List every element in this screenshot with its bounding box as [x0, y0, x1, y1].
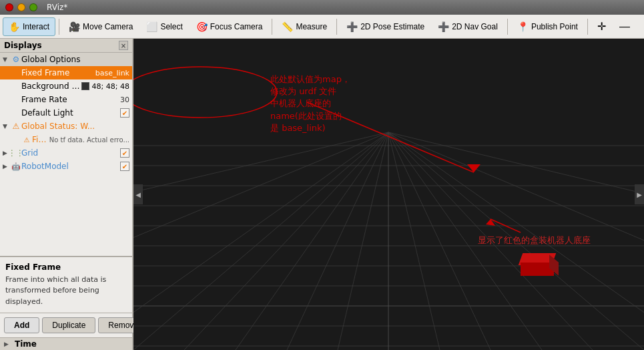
fixed-frame-error-label: Fixed Frame — [32, 135, 49, 144]
main-layout: Displays × ▼ ⚙ Global Options Fixed Fram… — [0, 39, 644, 350]
toolbar-separator-3 — [336, 19, 337, 35]
2d-pose-button[interactable]: ➕ 2D Pose Estimate — [340, 17, 430, 36]
frame-rate-label: Frame Rate — [21, 95, 120, 104]
fixed-frame-label: Fixed Frame — [21, 68, 95, 77]
background-color-label: Background Color — [21, 81, 81, 91]
gs-arrow: ▼ — [3, 123, 11, 130]
toolbar-separator-5 — [587, 19, 588, 35]
global-options-label: Global Options — [21, 55, 132, 64]
description-text: Frame into which all data is transformed… — [5, 275, 127, 308]
frame-rate-value[interactable]: 30 — [120, 96, 132, 104]
time-section: ▶ Time — [0, 337, 132, 350]
gear-icon: ⚙ — [11, 54, 21, 65]
time-label: Time — [15, 339, 37, 349]
2d-nav-button[interactable]: ➕ 2D Nav Goal — [432, 17, 504, 36]
select-button[interactable]: ⬜ Select — [140, 17, 188, 36]
interact-icon: ✋ — [9, 21, 20, 32]
pose-icon: ➕ — [346, 21, 358, 32]
global-status-label: Global Status: W... — [21, 122, 132, 131]
annotation-robot-base: 显示了红色的盒装机器人底座 — [478, 234, 591, 246]
robot-model-row[interactable]: ▶ 🤖 RobotModel ✔ — [0, 160, 132, 173]
displays-header: Displays × — [0, 39, 132, 53]
description-panel: Fixed Frame Frame into which all data is… — [0, 256, 132, 313]
default-light-row[interactable]: Default Light ✔ — [0, 106, 132, 120]
camera-icon: 🎥 — [69, 21, 80, 32]
minus-button[interactable]: — — [613, 17, 636, 36]
toolbar: ✋ Interact 🎥 Move Camera ⬜ Select 🎯 Focu… — [0, 15, 644, 39]
description-title: Fixed Frame — [5, 262, 127, 272]
measure-button[interactable]: 📏 Measure — [276, 17, 333, 36]
displays-tree: ▼ ⚙ Global Options Fixed Frame base_link… — [0, 53, 132, 256]
svg-rect-0 — [133, 39, 644, 350]
annotation-map: 此处默认值为map， 修改为 urdf 文件 中机器人底座的 name(此处设置… — [270, 73, 350, 134]
fixed-frame-value[interactable]: base_link — [95, 69, 132, 77]
displays-title: Displays — [4, 41, 42, 50]
robot-model-checkbox[interactable]: ✔ — [120, 162, 132, 172]
global-options-row[interactable]: ▼ ⚙ Global Options — [0, 53, 132, 66]
background-color-value[interactable]: 48; 48; 48 — [81, 82, 132, 91]
toolbar-separator-2 — [272, 19, 272, 35]
nav-icon: ➕ — [438, 21, 449, 32]
robot-check-icon: ✔ — [120, 162, 129, 171]
toolbar-separator-4 — [507, 19, 508, 35]
default-light-label: Default Light — [21, 108, 120, 118]
move-camera-button[interactable]: 🎥 Move Camera — [63, 17, 139, 36]
publish-point-button[interactable]: 📍 Publish Point — [511, 17, 584, 36]
grid-svg: .grid-line { stroke: #3a3a3a; stroke-wid… — [133, 39, 644, 350]
grid-label: Grid — [21, 148, 120, 158]
plus-button[interactable]: ✛ — [591, 17, 612, 36]
time-arrow: ▶ — [4, 341, 12, 347]
left-panel: Displays × ▼ ⚙ Global Options Fixed Fram… — [0, 39, 133, 350]
close-button[interactable] — [5, 3, 13, 11]
minimize-button[interactable] — [17, 3, 25, 11]
expand-arrow: ▼ — [3, 56, 11, 63]
color-swatch — [81, 82, 89, 90]
grid-icon: ⋮⋮ — [11, 148, 21, 158]
viewport-right-arrow[interactable]: ▶ — [635, 184, 644, 204]
fixed-frame-error-value: No tf data. Actual erro... — [49, 136, 132, 144]
robot-model-label: RobotModel — [21, 162, 120, 171]
color-value-text: 48; 48; 48 — [92, 82, 129, 91]
check-icon: ✔ — [120, 108, 129, 118]
fixed-frame-error-row[interactable]: ⚠ Fixed Frame No tf data. Actual erro... — [0, 133, 132, 146]
viewport-left-arrow[interactable]: ◀ — [133, 184, 143, 204]
3d-viewport[interactable]: .grid-line { stroke: #3a3a3a; stroke-wid… — [133, 39, 644, 350]
add-button[interactable]: Add — [4, 317, 39, 333]
toolbar-separator — [59, 19, 59, 35]
default-light-checkbox[interactable]: ✔ — [120, 108, 132, 118]
rm-arrow: ▶ — [3, 163, 11, 170]
titlebar: RViz* — [0, 0, 644, 15]
frame-rate-row[interactable]: Frame Rate 30 — [0, 93, 132, 106]
grid-checkbox[interactable]: ✔ — [120, 148, 132, 158]
robot-icon: 🤖 — [11, 161, 21, 172]
window-title: RViz* — [47, 3, 67, 12]
displays-close-btn[interactable]: × — [119, 41, 128, 50]
button-row: Add Duplicate Remove Rename — [0, 313, 132, 337]
grid-check-icon: ✔ — [120, 148, 129, 158]
global-status-row[interactable]: ▼ ⚠ Global Status: W... — [0, 120, 132, 133]
maximize-button[interactable] — [29, 3, 37, 11]
select-icon: ⬜ — [146, 21, 157, 32]
publish-icon: 📍 — [517, 21, 529, 32]
focus-camera-button[interactable]: 🎯 Focus Camera — [190, 17, 269, 36]
interact-button[interactable]: ✋ Interact — [3, 17, 55, 36]
background-color-row[interactable]: Background Color 48; 48; 48 — [0, 79, 132, 93]
focus-icon: 🎯 — [196, 21, 208, 32]
warning-icon: ⚠ — [11, 121, 21, 132]
error-warning-icon: ⚠ — [21, 134, 32, 145]
duplicate-button[interactable]: Duplicate — [42, 317, 95, 333]
measure-icon: 📏 — [282, 21, 293, 32]
grid-row[interactable]: ▶ ⋮⋮ Grid ✔ — [0, 146, 132, 160]
fixed-frame-row[interactable]: Fixed Frame base_link — [0, 66, 132, 79]
